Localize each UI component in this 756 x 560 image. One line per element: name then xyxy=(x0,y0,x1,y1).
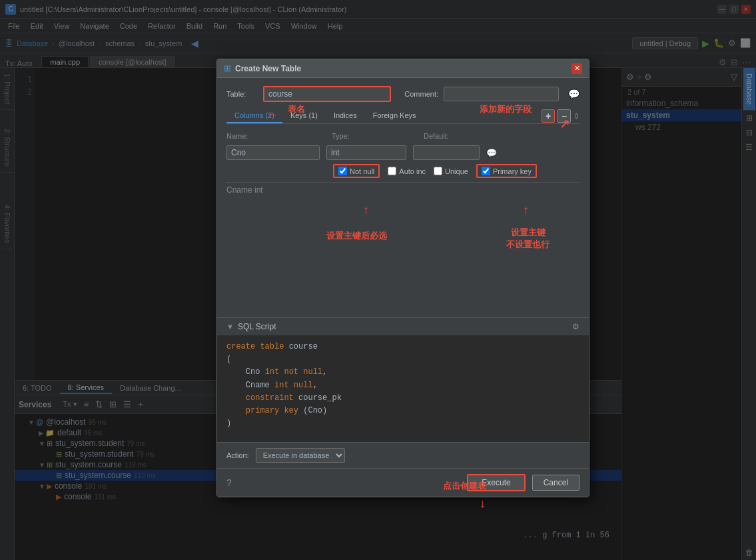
dialog-tab-indices[interactable]: Indices xyxy=(326,109,365,123)
arrow-down-right-icon: ↓ xyxy=(480,497,486,510)
auto-inc-text: Auto inc xyxy=(399,167,426,175)
primary-key-label[interactable]: Primary key xyxy=(476,164,537,178)
default-header: Default: xyxy=(424,132,496,140)
create-table-dialog: ⊞ Create New Table ✕ Table: Comment: 💬 C… xyxy=(216,59,589,497)
comment-input[interactable] xyxy=(444,87,559,101)
dialog-tabs: Columns (2) Keys (1) Indices Foreign Key… xyxy=(226,109,579,124)
add-comment-icon[interactable]: 💬 xyxy=(568,89,579,99)
col-comment-icon[interactable]: 💬 xyxy=(486,148,497,158)
col-default-input[interactable] xyxy=(413,145,480,160)
add-column-button[interactable]: + xyxy=(542,109,555,123)
sql-code-area[interactable]: create table course ( Cno int not null, … xyxy=(217,335,589,442)
primary-key-checkbox[interactable] xyxy=(482,167,490,175)
col-type-input[interactable] xyxy=(326,145,406,160)
remove-column-button[interactable]: − xyxy=(558,109,571,123)
dialog-tab-columns[interactable]: Columns (2) xyxy=(226,109,282,123)
table-label: Table: xyxy=(226,90,256,98)
dialog-title-bar: ⊞ Create New Table ✕ xyxy=(217,59,589,78)
execute-button[interactable]: Execute xyxy=(467,474,525,491)
sql-header-label: SQL Script xyxy=(238,322,276,331)
cname-text: Cname int xyxy=(226,185,263,195)
col-name-input[interactable] xyxy=(226,145,320,160)
sql-gear-icon[interactable]: ⚙ xyxy=(572,322,579,331)
sql-header[interactable]: ▼ SQL Script ⚙ xyxy=(217,318,589,335)
cname-row: Cname int xyxy=(226,182,579,197)
column-headers: Name: Type: Default: xyxy=(226,131,579,141)
column-row: 💬 xyxy=(226,145,579,160)
dialog-body: Table: Comment: 💬 Columns (2) Keys (1) I… xyxy=(217,78,589,312)
dialog-tab-fk[interactable]: Foreign Keys xyxy=(365,109,424,123)
dialog-footer: ? Execute Cancel xyxy=(217,468,589,497)
unique-checkbox[interactable] xyxy=(434,167,442,175)
annotation-arrow-create: ↓ xyxy=(480,497,486,511)
not-null-text: Not null xyxy=(350,167,374,175)
scroll-indicator: ⇕ xyxy=(573,112,579,121)
auto-inc-label[interactable]: Auto inc xyxy=(388,167,426,175)
col-add-remove: + − ⇕ xyxy=(542,109,579,123)
action-select[interactable]: Execute in database Show SQL only xyxy=(256,448,345,463)
primary-key-text: Primary key xyxy=(493,167,532,175)
checkboxes-row: Not null Auto inc Unique Primary key xyxy=(333,164,579,178)
dialog-close-button[interactable]: ✕ xyxy=(571,63,582,74)
not-null-label[interactable]: Not null xyxy=(333,164,380,178)
name-header: Name: xyxy=(226,132,325,140)
cancel-button[interactable]: Cancel xyxy=(532,475,579,491)
unique-label[interactable]: Unique xyxy=(434,167,468,175)
sql-section: ▼ SQL Script ⚙ create table course ( Cno… xyxy=(217,317,589,442)
sql-arrow-icon: ▼ xyxy=(226,323,234,331)
unique-text: Unique xyxy=(445,167,468,175)
column-spacer xyxy=(226,197,579,304)
dialog-title-icon: ⊞ xyxy=(224,63,231,73)
not-null-checkbox[interactable] xyxy=(338,167,347,175)
comment-label: Comment: xyxy=(404,90,437,98)
table-name-input[interactable] xyxy=(263,86,391,102)
table-name-row: Table: Comment: 💬 xyxy=(226,86,579,102)
action-label: Action: xyxy=(226,451,249,459)
dialog-title-text: Create New Table xyxy=(235,64,301,73)
dialog-tab-keys[interactable]: Keys (1) xyxy=(282,109,326,123)
action-row: Action: Execute in database Show SQL onl… xyxy=(217,442,589,468)
type-header: Type: xyxy=(332,132,417,140)
auto-inc-checkbox[interactable] xyxy=(388,167,396,175)
help-button[interactable]: ? xyxy=(226,477,232,488)
dialog-overlay: ⊞ Create New Table ✕ Table: Comment: 💬 C… xyxy=(0,0,756,560)
